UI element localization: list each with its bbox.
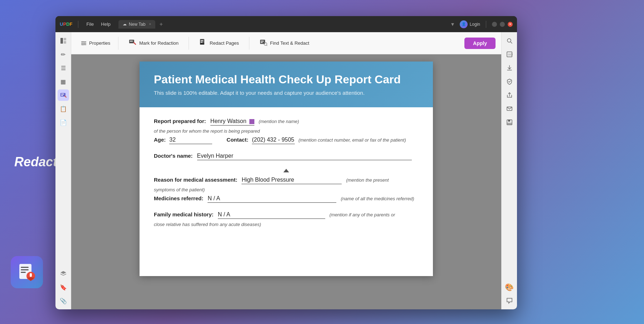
titlebar-controls: 👤 Login — □ ✕ — [460, 20, 513, 28]
sidebar-icon-pages[interactable]: ▦ — [58, 76, 69, 87]
window-close-btn[interactable]: ✕ — [508, 22, 513, 27]
properties-btn[interactable]: Properties — [77, 38, 114, 49]
sidebar-icon-layers[interactable] — [58, 268, 69, 279]
contact-hint: (mention contact number, email or fax of… — [298, 137, 406, 143]
sidebar-icon-organize[interactable]: 📄 — [58, 117, 69, 128]
tab-close-btn[interactable]: × — [149, 22, 151, 26]
prepared-for-label: Report prepared for: — [154, 118, 206, 124]
right-icon-chat[interactable] — [504, 295, 515, 306]
find-text-redact-icon — [259, 38, 267, 48]
medicines-label: Medicines referred: — [154, 195, 203, 201]
window-minimize-btn[interactable]: — — [492, 22, 497, 27]
contact-value: (202) 432 - 9505 — [252, 137, 295, 144]
redact-pages-label: Redact Pages — [210, 40, 239, 46]
contact-group: Contact: (202) 432 - 9505 (mention conta… — [226, 137, 406, 144]
right-sidebar: OCR 🎨 — [501, 32, 517, 309]
pdf-subtitle: This slide is 100% editable. Adapt it to… — [154, 90, 419, 96]
login-button[interactable]: 👤 Login — [460, 20, 480, 28]
sidebar-icon-redact[interactable] — [58, 89, 69, 101]
svg-text:OCR: OCR — [508, 53, 513, 56]
right-icon-ocr[interactable]: OCR — [504, 49, 515, 60]
svg-rect-23 — [201, 42, 203, 43]
menu-file[interactable]: File — [84, 21, 96, 28]
age-label: Age: — [154, 137, 166, 143]
form-row-family-history: Family medical history: N / A (mention i… — [154, 211, 419, 219]
sidebar-icon-comment[interactable]: ☰ — [58, 62, 69, 74]
sidebar-icon-edit[interactable]: ✏ — [58, 49, 69, 60]
svg-rect-20 — [130, 41, 133, 41]
prepared-for-subtext: of the person for whom the report is bei… — [154, 128, 419, 134]
svg-rect-18 — [82, 44, 83, 45]
form-row-age-contact: Age: 32 Contact: (202) 432 - 9505 (menti… — [154, 137, 419, 144]
tab-dropdown[interactable]: ▾ — [451, 21, 454, 28]
right-icon-color[interactable]: 🎨 — [504, 281, 515, 293]
reason-label: Reason for medical assessment: — [154, 177, 237, 183]
redaction-marker — [249, 119, 254, 124]
prepared-for-value: Henry Watson — [210, 118, 254, 126]
svg-rect-2 — [21, 269, 29, 270]
scroll-indicator — [283, 169, 289, 172]
family-history-label: Family medical history: — [154, 211, 214, 217]
redact-pages-icon — [199, 38, 207, 48]
reason-subtext: symptoms of the patient) — [154, 187, 419, 192]
svg-rect-17 — [84, 43, 85, 44]
doctor-label: Doctor's name: — [154, 153, 193, 159]
pdf-page: Patient Medical Health Check Up Report C… — [140, 62, 433, 276]
svg-rect-8 — [64, 38, 66, 40]
svg-rect-3 — [21, 272, 26, 273]
sidebar-icon-bookmark[interactable]: 🔖 — [58, 281, 69, 293]
svg-rect-26 — [261, 41, 264, 41]
redact-pages-btn[interactable]: Redact Pages — [193, 35, 245, 51]
right-icon-secure[interactable] — [504, 76, 515, 87]
properties-label: Properties — [89, 40, 110, 46]
toolbar-divider-2 — [189, 37, 189, 50]
svg-rect-37 — [508, 120, 510, 122]
svg-line-29 — [267, 45, 267, 46]
pdf-title: Patient Medical Health Check Up Report C… — [154, 73, 419, 86]
left-sidebar: ✏ ☰ ▦ 📋 📄 🔖 📎 — [55, 32, 71, 309]
family-history-hint: (mention if any of the parents or — [330, 212, 395, 217]
main-window: UPDF File Help ☁ New Tab × + ▾ 👤 Login —… — [55, 16, 517, 309]
sidebar-icon-attach[interactable]: 📎 — [58, 295, 69, 306]
prepared-for-hint: (mention the name) — [259, 119, 299, 124]
right-icon-search[interactable] — [504, 35, 515, 46]
main-area: ✏ ☰ ▦ 📋 📄 🔖 📎 — [55, 32, 517, 309]
toolbar-divider-3 — [249, 37, 249, 50]
doctor-value: Evelyn Harper — [197, 153, 412, 160]
svg-rect-24 — [200, 43, 204, 44]
right-icon-share[interactable] — [504, 89, 515, 101]
apply-button[interactable]: Apply — [464, 38, 496, 49]
find-text-redact-btn[interactable]: Find Text & Redact — [254, 35, 315, 51]
mark-for-redaction-btn[interactable]: Mark for Redaction — [123, 35, 184, 51]
svg-rect-7 — [60, 38, 63, 44]
family-history-subtext: close relative has suffered from any acu… — [154, 222, 419, 227]
mark-redaction-label: Mark for Redaction — [139, 40, 179, 46]
tab-new-tab[interactable]: ☁ New Tab × — [118, 20, 155, 29]
menu-help[interactable]: Help — [99, 21, 113, 28]
right-icon-download[interactable] — [504, 62, 515, 74]
user-avatar: 👤 — [460, 20, 468, 28]
tab-bar: ☁ New Tab × + — [118, 20, 448, 29]
age-group: Age: 32 — [154, 137, 212, 144]
right-icon-save[interactable] — [504, 117, 515, 128]
window-maximize-btn[interactable]: □ — [500, 22, 505, 27]
svg-rect-22 — [201, 40, 203, 41]
tab-cloud-icon: ☁ — [123, 22, 127, 26]
tab-add-btn[interactable]: + — [157, 20, 165, 29]
svg-rect-12 — [61, 95, 63, 96]
toolbar: Properties Mark for Redaction — [71, 32, 501, 54]
toolbar-divider-1 — [118, 37, 118, 50]
svg-rect-16 — [82, 41, 83, 42]
svg-rect-9 — [64, 41, 66, 44]
pdf-form: Report prepared for: Henry Watson (menti… — [140, 107, 433, 241]
sidebar-icon-panel[interactable] — [58, 35, 69, 46]
titlebar-divider-2 — [486, 21, 486, 28]
svg-rect-5 — [30, 273, 32, 277]
sidebar-icon-forms[interactable]: 📋 — [58, 103, 69, 114]
age-value: 32 — [169, 137, 212, 144]
center-panel: Properties Mark for Redaction — [71, 32, 501, 309]
pdf-header: Patient Medical Health Check Up Report C… — [140, 62, 433, 107]
right-icon-email[interactable] — [504, 103, 515, 114]
pdf-area[interactable]: Patient Medical Health Check Up Report C… — [71, 54, 501, 309]
form-row-doctor: Doctor's name: Evelyn Harper — [154, 153, 419, 160]
